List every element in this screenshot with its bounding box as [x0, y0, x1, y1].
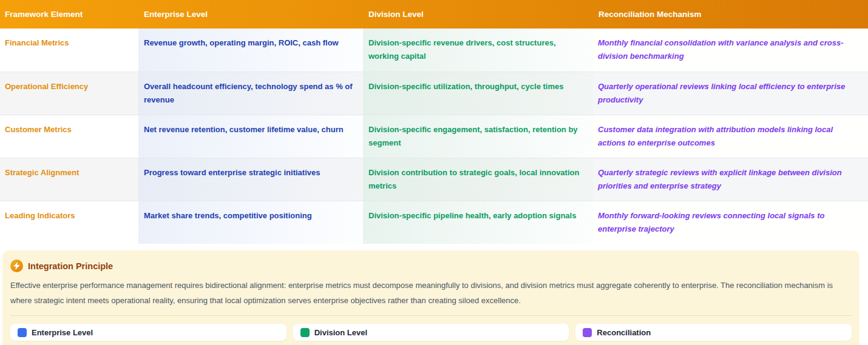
- cell-division-level: Division-specific pipeline health, early…: [363, 201, 593, 244]
- cell-reconciliation-mechanism: Quarterly strategic reviews with explici…: [593, 158, 868, 201]
- integration-principle-panel: Integration Principle Effective enterpri…: [2, 250, 860, 345]
- cell-enterprise-level: Progress toward enterprise strategic ini…: [138, 158, 363, 201]
- lightning-bolt-icon: [10, 260, 23, 272]
- table-header-row: Framework Element Enterprise Level Divis…: [0, 0, 868, 28]
- cell-reconciliation-mechanism: Monthly financial consolidation with var…: [593, 28, 868, 72]
- cell-division-level: Division contribution to strategic goals…: [363, 158, 593, 201]
- cell-enterprise-level: Overall headcount efficiency, technology…: [138, 72, 363, 115]
- table-row: Financial Metrics Revenue growth, operat…: [0, 28, 868, 72]
- cell-enterprise-level: Revenue growth, operating margin, ROIC, …: [138, 28, 363, 72]
- enterprise-level-swatch-icon: [18, 328, 27, 337]
- header-framework-element: Framework Element: [0, 10, 138, 19]
- cell-framework-element: Operational Efficiency: [0, 72, 138, 115]
- cell-framework-element: Strategic Alignment: [0, 158, 138, 201]
- panel-divider: [10, 315, 852, 316]
- cell-reconciliation-mechanism: Quarterly operational reviews linking lo…: [593, 72, 868, 115]
- cell-framework-element: Financial Metrics: [0, 28, 138, 72]
- header-reconciliation-mechanism: Reconciliation Mechanism: [593, 10, 868, 19]
- cell-enterprise-level: Market share trends, competitive positio…: [138, 201, 363, 244]
- cell-division-level: Division-specific engagement, satisfacti…: [363, 115, 593, 158]
- table-row: Leading Indicators Market share trends, …: [0, 201, 868, 244]
- legend-item-enterprise-level: Enterprise Level: [10, 324, 287, 341]
- cell-division-level: Division-specific revenue drivers, cost …: [363, 28, 593, 72]
- legend-item-reconciliation: Reconciliation: [575, 324, 852, 341]
- legend-label: Enterprise Level: [32, 328, 93, 337]
- header-division-level: Division Level: [363, 10, 593, 19]
- panel-title: Integration Principle: [28, 261, 113, 271]
- cell-enterprise-level: Net revenue retention, customer lifetime…: [138, 115, 363, 158]
- legend-label: Division Level: [314, 328, 367, 337]
- cell-division-level: Division-specific utilization, throughpu…: [363, 72, 593, 115]
- cell-framework-element: Customer Metrics: [0, 115, 138, 158]
- framework-matrix-table: Framework Element Enterprise Level Divis…: [0, 0, 868, 244]
- cell-reconciliation-mechanism: Monthly forward-looking reviews connecti…: [593, 201, 868, 244]
- table-row: Strategic Alignment Progress toward ente…: [0, 158, 868, 201]
- legend-row: Enterprise Level Division Level Reconcil…: [10, 324, 852, 341]
- panel-body-text: Effective enterprise performance managem…: [10, 278, 852, 308]
- reconciliation-swatch-icon: [583, 328, 592, 337]
- division-level-swatch-icon: [300, 328, 310, 337]
- cell-reconciliation-mechanism: Customer data integration with attributi…: [593, 115, 868, 158]
- header-enterprise-level: Enterprise Level: [138, 10, 363, 19]
- legend-item-division-level: Division Level: [293, 324, 569, 341]
- cell-framework-element: Leading Indicators: [0, 201, 138, 244]
- table-row: Customer Metrics Net revenue retention, …: [0, 115, 868, 158]
- legend-label: Reconciliation: [597, 328, 651, 337]
- panel-title-row: Integration Principle: [10, 260, 852, 272]
- table-row: Operational Efficiency Overall headcount…: [0, 72, 868, 115]
